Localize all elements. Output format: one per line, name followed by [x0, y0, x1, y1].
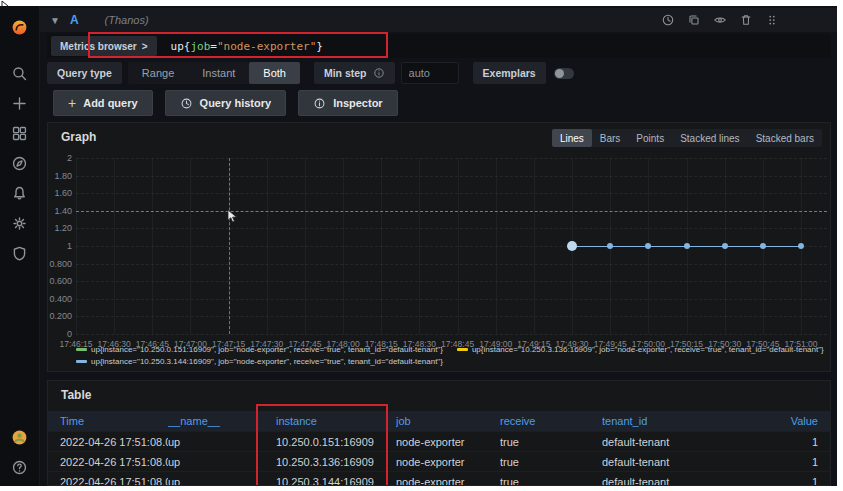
column-header-tenantid[interactable]: tenant_id [602, 415, 772, 427]
dashboards-icon[interactable] [0, 118, 40, 148]
table-cell: default-tenant [602, 476, 772, 487]
table-row[interactable]: 2022-04-26 17:51:08.000up10.250.3.144:16… [48, 471, 830, 486]
add-query-button[interactable]: + Add query [53, 90, 153, 116]
legend-series-name: up{instance="10.250.0.151:16909", job="n… [91, 345, 443, 354]
add-icon[interactable] [0, 88, 40, 118]
chevron-right-icon: > [142, 41, 148, 52]
query-expression-input[interactable]: up{job="node-exporter"} [171, 40, 323, 53]
chevron-down-icon[interactable]: ▼ [50, 15, 60, 26]
data-point[interactable] [798, 243, 804, 249]
exemplars-label: Exemplars [473, 62, 546, 84]
draw-mode-points[interactable]: Points [628, 129, 672, 147]
gridline-v [534, 158, 535, 334]
min-step-input[interactable] [401, 62, 459, 84]
search-icon[interactable] [0, 58, 40, 88]
table-panel-title: Table [61, 388, 91, 402]
table-row[interactable]: 2022-04-26 17:51:08.000up10.250.0.151:16… [48, 431, 830, 451]
expression-label-key: job [190, 40, 210, 53]
column-header-name[interactable]: __name__ [168, 415, 276, 427]
legend-item[interactable]: up{instance="10.250.3.136:16909", job="n… [457, 345, 824, 354]
gridline-v [305, 158, 306, 334]
legend-item[interactable]: up{instance="10.250.3.144:16909", job="n… [76, 357, 443, 366]
min-step-text: Min step [324, 67, 367, 79]
draw-mode-stacked-bars[interactable]: Stacked bars [748, 129, 822, 147]
legend-series-name: up{instance="10.250.3.136:16909", job="n… [472, 345, 824, 354]
history-icon [180, 97, 193, 110]
data-point[interactable] [684, 243, 690, 249]
hide-icon[interactable] [713, 13, 727, 27]
column-header-Time[interactable]: Time [60, 415, 168, 427]
table-cell: true [500, 436, 602, 448]
table-cell: node-exporter [396, 436, 500, 448]
y-axis-tick-label: 1.40 [54, 206, 72, 216]
gridline-v [190, 158, 191, 334]
query-type-instant[interactable]: Instant [188, 62, 249, 84]
gridline-v [496, 158, 497, 334]
legend-row: up{instance="10.250.0.151:16909", job="n… [76, 345, 826, 354]
query-options-row: Query type RangeInstantBoth Min step Exe… [47, 62, 831, 84]
column-header-instance[interactable]: instance [276, 415, 396, 427]
table-cell: 2022-04-26 17:51:08.000 [60, 456, 168, 468]
legend-row: up{instance="10.250.3.144:16909", job="n… [76, 357, 826, 366]
remove-icon[interactable] [739, 13, 753, 27]
table-cell: up [168, 436, 276, 448]
gridline-v [419, 158, 420, 334]
crosshair-vertical [229, 158, 230, 334]
gridline-h [76, 281, 827, 282]
draw-mode-bars[interactable]: Bars [592, 129, 629, 147]
table-row[interactable]: 2022-04-26 17:51:08.000up10.250.3.136:16… [48, 451, 830, 471]
y-axis-tick-label: 1.80 [54, 171, 72, 181]
info-icon[interactable] [373, 67, 385, 79]
data-point[interactable] [645, 243, 651, 249]
draw-mode-stacked-lines[interactable]: Stacked lines [672, 129, 747, 147]
table-cell: 2022-04-26 17:51:08.000 [60, 476, 168, 487]
data-point[interactable] [607, 243, 613, 249]
query-history-label: Query history [200, 97, 272, 109]
draw-mode-lines[interactable]: Lines [552, 129, 592, 147]
data-point[interactable] [760, 243, 766, 249]
query-history-button[interactable]: Query history [165, 90, 287, 116]
metrics-browser-button[interactable]: Metrics browser > [51, 36, 157, 56]
y-axis-tick-label: 0 [67, 329, 72, 339]
expression-metric: up{ [171, 40, 191, 53]
sidebar [0, 6, 40, 486]
table-cell: 10.250.0.151:16909 [276, 436, 396, 448]
explore-icon[interactable] [0, 148, 40, 178]
legend-item[interactable]: up{instance="10.250.0.151:16909", job="n… [76, 345, 443, 354]
gridline-h [76, 334, 827, 335]
table-cell: 1 [772, 456, 818, 468]
y-axis-tick-label: 0.400 [49, 294, 72, 304]
grafana-logo-icon[interactable] [0, 12, 40, 42]
page: ▼ A (Thanos) Metrics browser > up{job="n… [0, 0, 843, 491]
metrics-browser-label: Metrics browser [60, 41, 137, 52]
history-icon[interactable] [661, 13, 675, 27]
alerting-icon[interactable] [0, 178, 40, 208]
plus-icon: + [68, 95, 76, 111]
gridline-h [76, 193, 827, 194]
gridline-v [343, 158, 344, 334]
query-type-both[interactable]: Both [249, 62, 300, 84]
exemplars-toggle[interactable] [554, 68, 574, 79]
data-point[interactable] [567, 241, 577, 251]
data-point[interactable] [722, 243, 728, 249]
help-icon[interactable] [0, 452, 40, 482]
duplicate-icon[interactable] [687, 13, 701, 27]
table-cell: 1 [772, 476, 818, 487]
table-cell: 10.250.3.144:16909 [276, 476, 396, 487]
column-header-Value[interactable]: Value [772, 415, 818, 427]
column-header-job[interactable]: job [396, 415, 500, 427]
gridline-v [458, 158, 459, 334]
server-admin-icon[interactable] [0, 238, 40, 268]
drag-handle-icon[interactable] [765, 13, 779, 27]
expression-label-value: "node-exporter" [217, 40, 316, 53]
y-axis-tick-label: 0.600 [49, 276, 72, 286]
query-type-range[interactable]: Range [128, 62, 188, 84]
configuration-icon[interactable] [0, 208, 40, 238]
column-header-receive[interactable]: receive [500, 415, 602, 427]
table-cell: true [500, 476, 602, 487]
inspector-button[interactable]: Inspector [298, 90, 398, 116]
add-query-label: Add query [83, 97, 137, 109]
plot-area[interactable]: 21.801.601.401.2010.8000.6000.4000.20001… [76, 158, 829, 334]
results-table: Time__name__instancejobreceivetenant_idV… [48, 411, 830, 486]
user-avatar-icon[interactable] [0, 422, 40, 452]
